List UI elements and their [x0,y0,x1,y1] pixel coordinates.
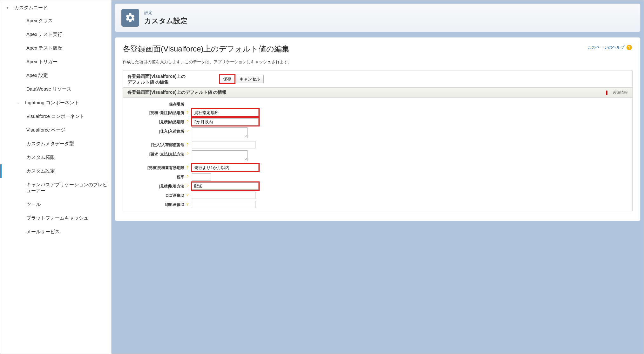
sidebar-item-label: Apex 設定 [26,72,48,78]
sidebar-item-label: Visualforce ページ [26,127,65,133]
sidebar-item-label: プラットフォームキャッシュ [26,215,88,221]
label-arrival-addr: [仕入]入荷住所 [123,127,185,134]
input-pay-method[interactable] [192,150,247,161]
save-button[interactable]: 保存 [220,75,235,83]
sidebar-item-label: ツール [26,201,41,208]
input-trade-method[interactable] [192,182,259,190]
sidebar-item-apex-settings[interactable]: Apex 設定 [0,69,111,82]
label-location: 保存場所 [123,100,185,107]
row-arrival-addr: [仕入]入荷住所 ? [123,126,632,140]
label-tax-rate: 税率 [123,173,185,180]
sidebar-item-vf-components[interactable]: Visualforce コンポーネント [0,110,111,123]
sidebar-item-vf-pages[interactable]: Visualforce ページ [0,123,111,137]
label-quote-valid: [見積]見積書有効期限 [123,164,185,171]
main-panel: 設定 カスタム設定 このページのヘルプ ? 各登録画面(Visualforce)… [112,0,644,354]
sidebar-item-platform-cache[interactable]: プラットフォームキャッシュ [0,211,111,225]
value-location [190,100,192,102]
input-delivery-place[interactable] [192,109,259,116]
sidebar-item-label: Lightning コンポーネント [25,100,79,106]
sidebar-item-label: カスタム設定 [26,168,55,174]
sidebar-item-apex-test-history[interactable]: Apex テスト履歴 [0,41,111,55]
content-card: このページのヘルプ ? 各登録画面(Visualforce)上のデフォルト値の編… [115,37,641,221]
row-trade-method: [見積]取引方法 ? [123,181,632,191]
edit-header-title: 各登録画面(Visualforce)上の デフォルト値 の編集 [127,73,220,85]
edit-header: 各登録画面(Visualforce)上の デフォルト値 の編集 保存 キャンセル [123,71,632,87]
label-trade-method: [見積]取引方法 [123,182,185,189]
sidebar-item-label: カスタム権限 [26,154,55,160]
required-label: = 必須情報 [609,90,628,95]
sidebar-item-label: メールサービス [26,229,60,235]
info-icon[interactable]: ? [185,109,190,114]
label-pay-method: [請求･支払]支払方法 [123,150,185,157]
label-logo-id: ロゴ画像ID [123,192,185,198]
section-bar: 各登録画面(Visualforce)上のデフォルト値 の情報 = 必須情報 [123,87,632,98]
input-arrival-addr[interactable] [192,127,247,138]
sidebar-item-canvas-previewer[interactable]: キャンバスアプリケーションのプレビューアー [0,178,111,198]
sidebar-item-mail-service[interactable]: メールサービス [0,225,111,239]
label-delivery-place: [見積･発注]納品場所 [123,109,185,116]
input-arrival-zip[interactable] [192,141,255,148]
help-link-text: このページのヘルプ [587,44,625,50]
sidebar-item-label: Apex テスト実行 [26,31,62,37]
input-stamp-id[interactable] [192,201,255,208]
help-icon: ? [627,45,632,50]
info-icon[interactable]: ? [185,192,190,197]
info-icon[interactable]: ? [185,118,190,124]
sidebar-parent-custom-code[interactable]: ▾ カスタムコード [0,2,111,14]
content-description: 作成した項目の値を入力します。このデータは、アプリケーションにキャッシュされます… [123,59,633,65]
chevron-right-icon: › [17,101,23,105]
input-tax-rate[interactable] [192,173,211,180]
sidebar-item-label: カスタムメタデータ型 [26,141,74,147]
sidebar-item-custom-settings[interactable]: カスタム設定 [0,164,111,178]
sidebar-item-label: Apex クラス [26,18,53,24]
row-quote-valid: [見積]見積書有効期限 ? [123,163,632,172]
sidebar-item-lightning-components[interactable]: › Lightning コンポーネント [0,96,111,110]
row-stamp-id: 印影画像ID ? [123,200,632,209]
sidebar-item-dataweave[interactable]: DataWeave リソース [0,82,111,96]
sidebar-item-label: キャンバスアプリケーションのプレビューアー [26,182,109,194]
row-arrival-zip: [仕入]入荷郵便番号 ? [123,140,632,149]
sidebar-item-apex-test-run[interactable]: Apex テスト実行 [0,28,111,41]
edit-button-row: 保存 キャンセル [220,75,264,83]
sidebar-item-apex-class[interactable]: Apex クラス [0,14,111,28]
required-note: = 必須情報 [606,90,628,95]
info-icon[interactable]: ? [185,150,190,156]
info-icon[interactable]: ? [185,141,190,146]
input-logo-id[interactable] [192,192,255,199]
cancel-button[interactable]: キャンセル [236,75,264,83]
row-tax-rate: 税率 ? [123,172,632,181]
chevron-down-icon: ▾ [7,6,12,10]
edit-header-line2: デフォルト値 の編集 [127,79,169,85]
label-delivery-due: [見積]納品期限 [123,118,185,125]
sidebar-item-apex-trigger[interactable]: Apex トリガー [0,55,111,69]
required-bar-icon [606,91,607,95]
info-icon[interactable]: ? [185,164,190,169]
help-link[interactable]: このページのヘルプ ? [587,44,632,50]
row-pay-method: [請求･支払]支払方法 ? [123,149,632,163]
row-logo-id: ロゴ画像ID ? [123,191,632,200]
gear-icon [121,9,139,27]
page-header-card: 設定 カスタム設定 [115,3,641,32]
input-delivery-due[interactable] [192,118,259,126]
sidebar-item-tool[interactable]: ツール [0,198,111,211]
info-icon[interactable]: ? [185,182,190,188]
info-icon[interactable]: ? [185,127,190,133]
info-icon[interactable]: ? [185,201,190,206]
sidebar-item-custom-perm[interactable]: カスタム権限 [0,151,111,164]
sidebar-item-custom-metadata[interactable]: カスタムメタデータ型 [0,137,111,151]
edit-block: 各登録画面(Visualforce)上の デフォルト値 の編集 保存 キャンセル… [123,71,633,211]
row-location: 保存場所 [123,99,632,108]
sidebar-item-label: Visualforce コンポーネント [26,113,85,119]
edit-header-line1: 各登録画面(Visualforce)上の [127,74,186,79]
sidebar-item-label: Apex トリガー [26,59,58,65]
row-delivery-due: [見積]納品期限 ? [123,117,632,126]
info-icon [185,100,190,102]
content-heading: 各登録画面(Visualforce)上のデフォルト値の編集 [123,44,633,54]
breadcrumb: 設定 [144,10,187,16]
sidebar-item-label: Apex テスト履歴 [26,45,62,51]
label-arrival-zip: [仕入]入荷郵便番号 [123,141,185,148]
sidebar: ▾ カスタムコード Apex クラス Apex テスト実行 Apex テスト履歴… [0,0,112,354]
row-delivery-place: [見積･発注]納品場所 ? [123,108,632,117]
info-icon[interactable]: ? [185,173,190,179]
input-quote-valid[interactable] [192,164,259,171]
